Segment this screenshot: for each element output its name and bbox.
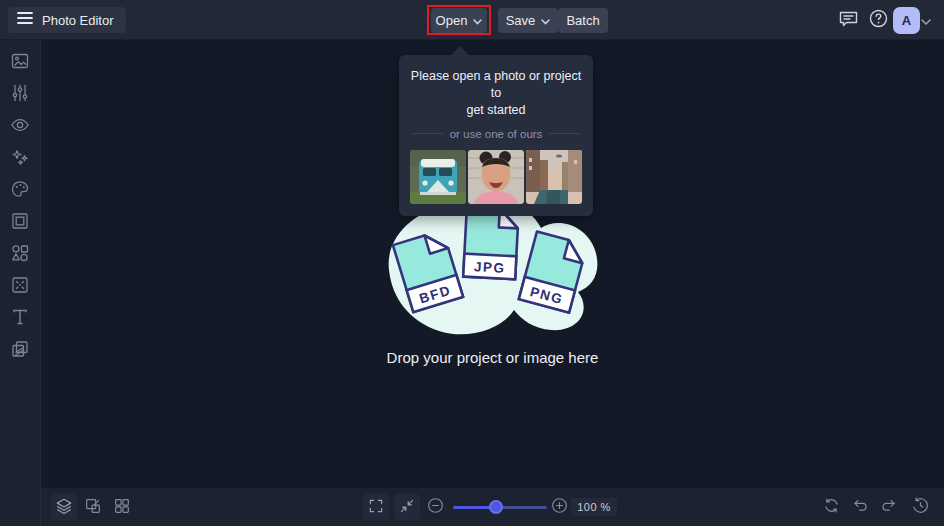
divider-line (412, 133, 443, 134)
popup-title-line2: get started (410, 102, 582, 119)
zoom-in-button[interactable] (546, 494, 572, 520)
sidebar-item-adjust[interactable] (10, 84, 30, 104)
minus-circle-icon (427, 497, 444, 517)
zoom-slider-handle[interactable] (489, 500, 503, 514)
file-type-label: JPG (474, 259, 506, 276)
redo-button[interactable] (875, 494, 901, 520)
divider-text: or use one of ours (450, 128, 543, 140)
avatar[interactable]: A (893, 7, 920, 34)
sidebar-item-edit[interactable] (10, 52, 30, 72)
get-started-popup: Please open a photo or project to get st… (399, 55, 593, 216)
batch-button[interactable]: Batch (558, 8, 608, 33)
palette-icon (10, 179, 30, 202)
save-button-label: Save (506, 13, 536, 28)
sidebar-item-textures[interactable] (10, 340, 30, 360)
undo-icon (852, 497, 869, 517)
history-clock-icon (912, 497, 929, 517)
image-icon (10, 51, 30, 74)
divider-line (549, 133, 580, 134)
sidebar-item-graphics[interactable] (10, 244, 30, 264)
hamburger-icon (17, 11, 33, 29)
popup-caret (450, 46, 470, 66)
zoom-percent-display[interactable]: 100 % (571, 498, 617, 516)
chevron-down-icon (921, 13, 931, 28)
question-mark-icon (869, 9, 888, 31)
sidebar-item-effects[interactable] (10, 148, 30, 168)
adjust-sliders-icon (10, 83, 30, 106)
bottombar: 100 % (41, 488, 944, 526)
help-button[interactable] (866, 8, 890, 32)
layers-icon (55, 497, 73, 518)
topbar: Photo Editor Open Save Batch (0, 0, 944, 40)
fullscreen-icon (368, 498, 384, 517)
zoom-out-button[interactable] (422, 494, 448, 520)
redo-icon (880, 497, 897, 517)
undo-button[interactable] (847, 494, 873, 520)
open-button[interactable]: Open (431, 8, 487, 33)
shapes-icon (10, 243, 30, 266)
chevron-down-icon (473, 13, 482, 28)
feedback-button[interactable] (836, 8, 860, 32)
resize-canvas-button[interactable] (80, 494, 106, 520)
zoom-slider-track-rest (496, 506, 547, 509)
fit-screen-icon (399, 498, 415, 517)
tools-sidebar (0, 40, 41, 526)
sidebar-item-text[interactable] (10, 308, 30, 328)
avatar-letter: A (902, 13, 911, 28)
sidebar-item-touchup[interactable] (10, 116, 30, 136)
sidebar-item-frames[interactable] (10, 212, 30, 232)
drop-zone-hint: Drop your project or image here (41, 349, 944, 366)
fit-to-screen-button[interactable] (394, 494, 420, 520)
batch-button-label: Batch (566, 13, 599, 28)
sidebar-item-artsy[interactable] (10, 180, 30, 200)
layers-button[interactable] (51, 494, 77, 520)
account-menu-button[interactable] (921, 10, 935, 30)
reset-icon (823, 497, 840, 517)
sample-photo-canal[interactable] (526, 150, 582, 204)
open-button-label: Open (436, 13, 468, 28)
text-icon (10, 307, 30, 330)
sidebar-item-overlays[interactable] (10, 276, 30, 296)
history-button[interactable] (907, 494, 933, 520)
popup-title-line1: Please open a photo or project to (410, 68, 582, 102)
sparkles-icon (10, 147, 30, 170)
app-title: Photo Editor (42, 13, 114, 28)
fullscreen-button[interactable] (363, 494, 389, 520)
resize-icon (84, 497, 102, 518)
chat-bubble-icon (839, 10, 858, 30)
sample-photo-van[interactable] (410, 150, 466, 204)
main-menu-button[interactable]: Photo Editor (8, 7, 126, 33)
grid-icon (113, 497, 131, 518)
plus-circle-icon (551, 497, 568, 517)
reset-button[interactable] (818, 494, 844, 520)
photo-editor-app: Photo Editor Open Save Batch (0, 0, 944, 526)
popup-title: Please open a photo or project to get st… (410, 68, 582, 119)
save-button[interactable]: Save (498, 8, 558, 33)
sample-photos-row (410, 150, 582, 204)
eye-icon (10, 115, 30, 138)
zoom-slider[interactable] (453, 504, 547, 510)
canvas-area[interactable]: BFD JPG PNG Drop your (41, 40, 944, 488)
sample-photo-portrait[interactable] (468, 150, 524, 204)
grid-view-button[interactable] (109, 494, 135, 520)
chevron-down-icon (541, 13, 550, 28)
texture-icon (10, 339, 30, 362)
frame-icon (10, 211, 30, 234)
popup-divider: or use one of ours (412, 128, 580, 140)
overlay-icon (10, 275, 30, 298)
